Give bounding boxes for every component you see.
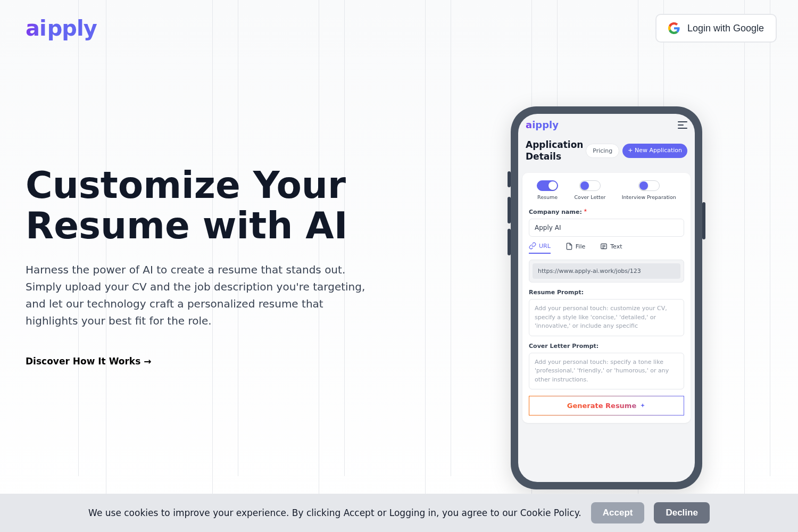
sparkle-icon [639,403,646,409]
tab-file[interactable]: File [566,242,585,254]
discover-link[interactable]: Discover How It Works → [26,356,366,367]
cookie-accept-button[interactable]: Accept [591,502,645,523]
hero-description: Harness the power of AI to create a resu… [26,261,366,329]
login-google-button[interactable]: Login with Google [655,14,777,43]
hero-title: Customize YourResume with AI [26,165,366,246]
text-icon [600,243,608,250]
resume-prompt-label: Resume Prompt: [529,289,684,296]
company-input[interactable]: Apply AI [529,219,684,237]
tab-url[interactable]: URL [529,242,551,254]
new-application-button[interactable]: + New Application [622,144,687,158]
cover-prompt-input[interactable]: Add your personal touch: specify a tone … [529,353,684,390]
resume-prompt-input[interactable]: Add your personal touch: customize your … [529,299,684,336]
resume-toggle[interactable] [537,180,558,191]
interview-toggle[interactable] [638,180,660,191]
pricing-button[interactable]: Pricing [586,144,619,158]
cookie-banner: We use cookies to improve your experienc… [0,494,798,532]
google-icon [668,22,680,34]
cookie-text: We use cookies to improve your experienc… [88,508,581,518]
cookie-decline-button[interactable]: Decline [654,502,709,523]
company-label: Company name:★ [529,209,684,215]
link-icon [529,242,536,250]
tab-text[interactable]: Text [600,242,622,254]
cover-letter-toggle[interactable] [579,180,601,191]
phone-mockup: aipply ApplicationDetails Pricing + New … [511,106,702,489]
brand-logo[interactable]: aipply [26,16,97,40]
login-label: Login with Google [687,23,764,34]
cover-prompt-label: Cover Letter Prompt: [529,343,684,350]
section-title: ApplicationDetails [526,139,583,162]
hamburger-icon[interactable] [678,121,687,129]
phone-logo: aipply [526,119,559,130]
url-input-container: https://www.apply-ai.work/jobs/123 [529,260,684,282]
generate-resume-button[interactable]: Generate Resume [529,396,684,415]
file-icon [566,243,573,250]
url-input[interactable]: https://www.apply-ai.work/jobs/123 [533,263,680,279]
